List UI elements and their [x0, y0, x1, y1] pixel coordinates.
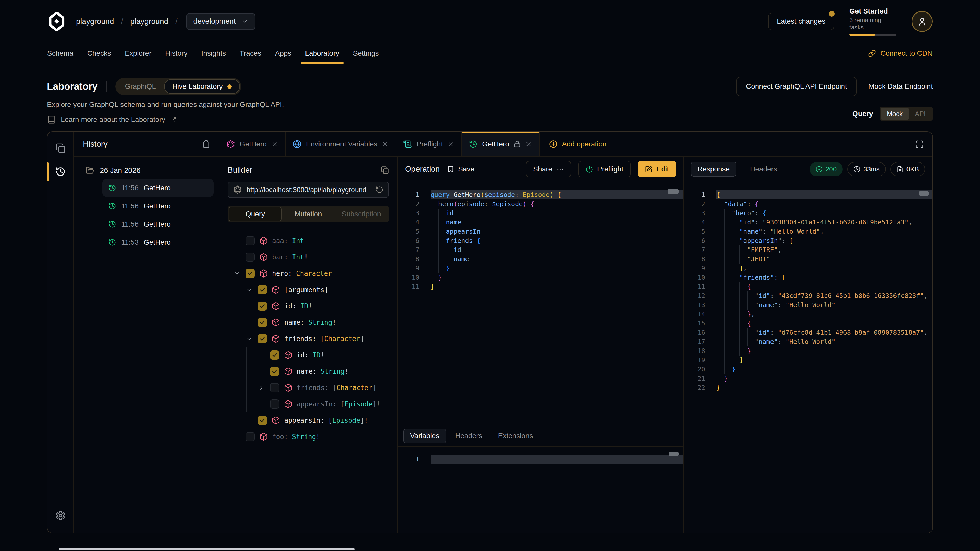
tab-response-headers[interactable]: Headers	[743, 162, 784, 176]
history-rail-button[interactable]	[48, 160, 73, 183]
token: "Hello World"	[786, 337, 835, 346]
schema-field-row[interactable]: friends: [Character]	[228, 330, 389, 347]
collapse-builder-button[interactable]	[381, 166, 389, 174]
target-select[interactable]: development	[186, 13, 255, 30]
mode-option-hive-laboratory[interactable]: Hive Laboratory	[164, 79, 240, 94]
fullscreen-button[interactable]	[907, 132, 932, 156]
schema-field-row[interactable]: foo: String!	[228, 429, 389, 445]
mode-option-graphiql[interactable]: GraphiQL	[117, 79, 164, 94]
operation-tab-gethero[interactable]: GetHero	[462, 132, 539, 156]
field-checkbox[interactable]	[245, 236, 255, 245]
clear-history-button[interactable]	[202, 140, 210, 148]
add-operation-button[interactable]: Add operation	[539, 132, 616, 156]
close-icon[interactable]	[525, 141, 532, 148]
breadcrumb-org[interactable]: playground	[76, 17, 114, 26]
share-button[interactable]: Share	[526, 161, 571, 177]
tab-mutation[interactable]: Mutation	[282, 206, 335, 221]
latest-changes-button[interactable]: Latest changes	[768, 13, 834, 30]
tab-variables[interactable]: Variables	[404, 429, 446, 443]
response-viewer[interactable]: 1{2"data": {3"hero": {4"id": "93038304-0…	[684, 182, 932, 533]
operation-tab-environment-variables[interactable]: Environment Variables	[286, 132, 396, 156]
field-checkbox[interactable]	[245, 269, 255, 278]
endpoint-mode-api[interactable]: API	[909, 108, 932, 120]
variables-editor[interactable]: 1	[398, 447, 683, 533]
field-checkbox[interactable]	[270, 383, 279, 392]
scrollbar-thumb[interactable]	[669, 451, 679, 456]
field-checkbox[interactable]	[258, 416, 267, 425]
nav-tab-apps[interactable]: Apps	[268, 43, 298, 64]
endpoint-mode-mock[interactable]: Mock	[881, 108, 909, 120]
collections-rail-button[interactable]	[48, 137, 73, 160]
mock-endpoint-button[interactable]: Mock Data Endpoint	[869, 83, 933, 91]
scrollbar-thumb[interactable]	[668, 189, 679, 194]
close-icon[interactable]	[271, 141, 278, 148]
scrollbar-thumb[interactable]	[919, 191, 929, 196]
chevron-down-icon[interactable]	[234, 270, 245, 276]
indent-guide	[739, 245, 747, 254]
field-checkbox[interactable]	[258, 285, 267, 294]
nav-tab-insights[interactable]: Insights	[194, 43, 233, 64]
nav-tab-laboratory[interactable]: Laboratory	[298, 43, 346, 64]
preflight-button[interactable]: Preflight	[578, 161, 631, 177]
field-checkbox[interactable]	[245, 432, 255, 441]
query-editor[interactable]: 1query GetHero($episode: Episode) {2hero…	[398, 182, 683, 425]
tab-query[interactable]: Query	[229, 206, 282, 221]
field-checkbox[interactable]	[270, 367, 279, 376]
connect-cdn-link[interactable]: Connect to CDN	[868, 49, 932, 57]
history-item-name: GetHero	[144, 202, 171, 210]
line-number: 21	[684, 374, 716, 383]
field-checkbox[interactable]	[270, 351, 279, 360]
field-checkbox[interactable]	[258, 334, 267, 343]
tab-extensions[interactable]: Extensions	[492, 429, 540, 443]
history-item[interactable]: 11:56GetHero	[102, 197, 213, 215]
endpoint-url-input[interactable]: http://localhost:3000/api/lab/playground	[228, 182, 389, 198]
schema-field-row[interactable]: friends: [Character]	[228, 380, 389, 396]
horizontal-scrollbar[interactable]	[59, 548, 355, 551]
learn-more-link[interactable]: Learn more about the Laboratory	[47, 115, 933, 124]
chevron-right-icon[interactable]	[258, 385, 270, 391]
schema-field-row[interactable]: appearsIn: [Episode]!	[228, 396, 389, 412]
tab-response[interactable]: Response	[691, 162, 736, 176]
history-item[interactable]: 11:56GetHero	[102, 215, 213, 233]
schema-field-row[interactable]: name: String!	[228, 363, 389, 380]
settings-rail-button[interactable]	[48, 504, 73, 527]
history-item[interactable]: 11:56GetHero	[102, 179, 213, 197]
history-item[interactable]: 11:53GetHero	[102, 233, 213, 251]
chevron-down-icon[interactable]	[246, 287, 258, 293]
save-button[interactable]: Save	[447, 165, 474, 173]
connect-endpoint-button[interactable]: Connect GraphQL API Endpoint	[736, 77, 857, 96]
schema-field-row[interactable]: name: String!	[228, 314, 389, 330]
schema-field-row[interactable]: appearsIn: [Episode]!	[228, 412, 389, 429]
tab-subscription[interactable]: Subscription	[335, 206, 388, 221]
get-started-widget[interactable]: Get Started 3 remaining tasks	[850, 7, 896, 36]
schema-field-row[interactable]: id: ID!	[228, 298, 389, 314]
field-checkbox[interactable]	[258, 302, 267, 311]
close-icon[interactable]	[447, 141, 454, 148]
schema-field-row[interactable]: bar: Int!	[228, 249, 389, 265]
nav-tab-settings[interactable]: Settings	[346, 43, 386, 64]
history-clock-icon	[108, 238, 116, 246]
field-checkbox[interactable]	[258, 318, 267, 327]
nav-tab-traces[interactable]: Traces	[233, 43, 268, 64]
chevron-down-icon[interactable]	[246, 336, 258, 342]
operation-tab-gethero[interactable]: GetHero	[219, 132, 286, 156]
schema-field-row[interactable]: [arguments]	[228, 282, 389, 298]
nav-tab-schema[interactable]: Schema	[40, 43, 80, 64]
schema-field-row[interactable]: id: ID!	[228, 347, 389, 363]
close-icon[interactable]	[382, 141, 388, 148]
edit-button[interactable]: Edit	[638, 161, 676, 177]
tab-headers[interactable]: Headers	[449, 429, 489, 443]
operation-tab-preflight[interactable]: Preflight	[396, 132, 462, 156]
refresh-schema-button[interactable]	[375, 186, 383, 194]
schema-field-row[interactable]: hero: Character	[228, 265, 389, 282]
field-checkbox[interactable]	[245, 252, 255, 262]
user-avatar[interactable]	[912, 11, 932, 32]
field-checkbox[interactable]	[270, 400, 279, 409]
schema-field-row[interactable]: aaa: Int	[228, 233, 389, 249]
breadcrumb-project[interactable]: playground	[130, 17, 168, 26]
history-date-group[interactable]: 26 Jan 2026	[86, 166, 219, 175]
nav-tab-explorer[interactable]: Explorer	[118, 43, 158, 64]
field-name: id:	[297, 351, 309, 359]
nav-tab-history[interactable]: History	[158, 43, 194, 64]
nav-tab-checks[interactable]: Checks	[80, 43, 118, 64]
